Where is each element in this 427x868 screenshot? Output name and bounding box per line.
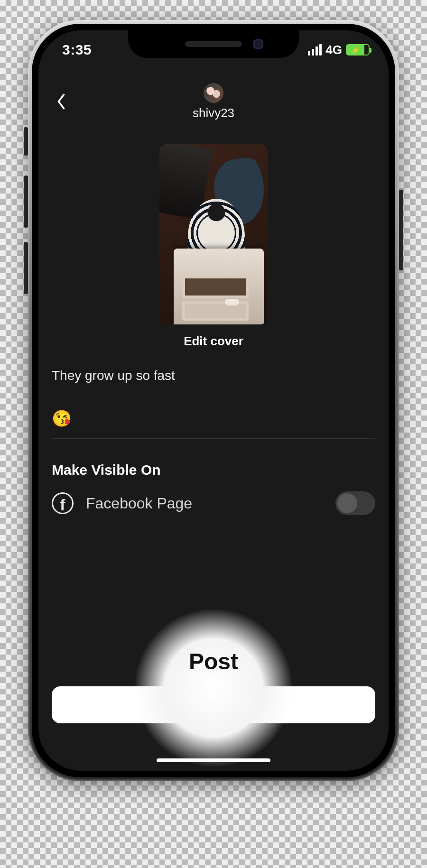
caption-field[interactable]: They grow up so fast xyxy=(52,368,375,394)
facebook-toggle[interactable] xyxy=(335,491,375,515)
home-indicator[interactable] xyxy=(157,758,270,762)
visibility-row-label: Facebook Page xyxy=(86,495,323,512)
cover-thumbnail[interactable] xyxy=(159,144,268,324)
emoji-value: 😘 xyxy=(52,403,375,438)
visibility-row-facebook: f Facebook Page xyxy=(52,491,375,515)
mute-switch xyxy=(24,127,28,156)
volume-down-button xyxy=(24,242,28,294)
header: shivy23 xyxy=(38,73,389,130)
caption-text: They grow up so fast xyxy=(52,368,375,394)
visibility-section: Make Visible On f Facebook Page xyxy=(52,462,375,515)
avatar[interactable] xyxy=(204,83,223,103)
cellular-signal-icon xyxy=(308,44,322,55)
screen: 3:35 4G ⚡ shivy23 xyxy=(38,30,389,771)
emoji-field[interactable]: 😘 xyxy=(52,403,375,439)
username-label: shivy23 xyxy=(193,106,234,120)
divider xyxy=(52,394,375,394)
notch xyxy=(128,30,299,58)
visibility-heading: Make Visible On xyxy=(52,462,375,478)
front-camera xyxy=(253,39,263,49)
edit-cover-button[interactable]: Edit cover xyxy=(184,334,243,349)
battery-charging-icon: ⚡ xyxy=(346,44,370,55)
post-button[interactable] xyxy=(52,686,375,723)
status-time: 3:35 xyxy=(62,42,92,58)
volume-up-button xyxy=(24,175,28,228)
post-button-label: Post xyxy=(189,648,238,674)
side-power-button xyxy=(399,190,403,270)
divider xyxy=(52,438,375,439)
phone-frame: 3:35 4G ⚡ shivy23 xyxy=(28,20,399,781)
post-button-highlight: Post xyxy=(111,586,316,771)
back-button[interactable] xyxy=(52,92,71,111)
facebook-icon: f xyxy=(52,492,74,514)
speaker-grill xyxy=(185,41,242,47)
chevron-left-icon xyxy=(56,92,66,111)
network-type-label: 4G xyxy=(325,43,342,57)
